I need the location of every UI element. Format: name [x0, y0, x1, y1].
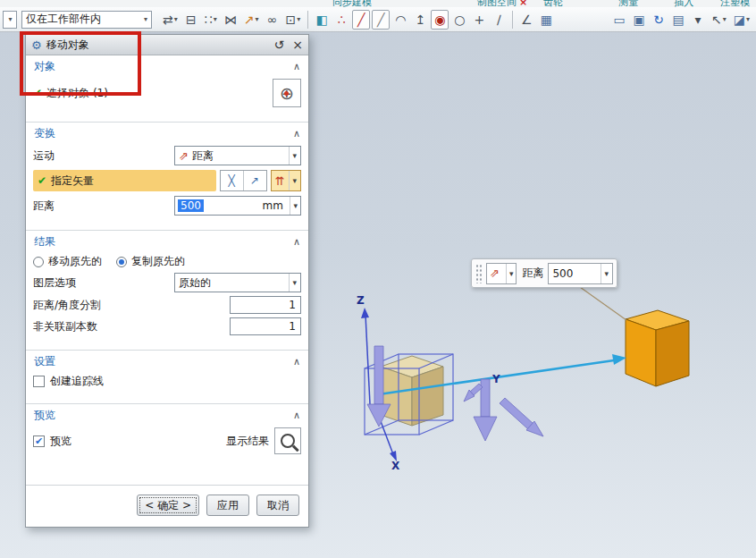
distance-unit[interactable]: mm [262, 199, 287, 212]
mirror-geometry-icon[interactable]: ⋈ [222, 10, 239, 30]
target-cube[interactable] [626, 310, 689, 386]
collapse-icon[interactable]: ∧ [293, 128, 300, 140]
endpoint-snap-icon[interactable]: ╱ [352, 10, 370, 30]
rotate-view-icon[interactable]: ↻ [650, 10, 668, 30]
assign-handle-icon-glyph: ⇄ [163, 13, 173, 26]
toolbar-overflow-icon[interactable]: ▾ [689, 10, 707, 30]
layer-option-dropdown[interactable]: 原始的 ▾ [174, 273, 301, 292]
section-title: 预览 [34, 408, 293, 423]
preview-checkbox[interactable]: ✔ [33, 435, 45, 447]
layer-manager-icon[interactable]: ▤ [669, 10, 687, 30]
collapse-icon[interactable]: ∧ [293, 410, 300, 421]
show-result-button[interactable] [274, 427, 301, 454]
center-snap-icon-glyph: ◉ [434, 13, 445, 26]
slash-snap-icon-glyph: ∕ [497, 13, 501, 26]
circle-snap-icon-glyph: ○ [454, 13, 465, 26]
radio-move-original[interactable]: 移动原先的 [33, 254, 102, 269]
leader-line [580, 287, 626, 320]
dropdown-arrow-icon: ▾ [289, 171, 297, 190]
vector-type-dropdown-mini[interactable]: ⇗ ▾ [486, 263, 517, 284]
select-object-button[interactable]: ⊕ [273, 79, 301, 107]
layer-manager-icon-glyph: ▤ [672, 13, 684, 26]
distance-input[interactable]: 500 mm ▾ [174, 196, 301, 216]
snap-point-icon[interactable]: ∴ [332, 10, 350, 30]
copies-input[interactable]: 1 [230, 317, 301, 335]
dropdown-arrow-icon: ▾ [289, 147, 297, 165]
dropdown-arrow-icon: ▾ [289, 274, 297, 292]
mini-distance-input[interactable]: 500 ▾ [548, 263, 613, 284]
radio-copy-original[interactable]: 复制原先的 [116, 254, 185, 269]
close-icon[interactable]: × [292, 38, 303, 51]
motion-label: 运动 [33, 148, 55, 164]
magnifier-icon [281, 434, 295, 448]
copy-display-icon[interactable]: ⊟ [182, 10, 200, 30]
dialog-titlebar[interactable]: ⚙ 移动对象 ↺ × [26, 35, 308, 55]
drag-grip[interactable] [475, 264, 482, 283]
pattern-geometry-icon-glyph: ∷ [205, 13, 213, 26]
source-cube[interactable] [381, 356, 443, 426]
intersection-snap-icon[interactable]: + [470, 10, 488, 30]
collapse-icon[interactable]: ∧ [293, 356, 300, 368]
assign-handle-icon[interactable]: ⇄▾ [160, 10, 181, 30]
toolbar-separator [512, 11, 513, 29]
promote-body-icon[interactable]: ↗▾ [241, 10, 262, 30]
ok-button[interactable]: < 确定 > [137, 495, 199, 516]
division-input[interactable]: 1 [230, 296, 301, 314]
angle-snap-icon[interactable]: ∠ [517, 10, 535, 30]
drag-handle-small[interactable] [464, 384, 483, 402]
dropdown-arrow-icon: ▾ [8, 15, 12, 23]
division-row: 距离/角度分割 1 [26, 294, 308, 316]
shaded-cube-icon[interactable]: ◧ [313, 10, 331, 30]
extract-region-icon[interactable]: ⊡▾ [283, 10, 304, 30]
layer-option-value: 原始的 [179, 275, 286, 291]
grid-icon[interactable]: ▦ [537, 10, 555, 30]
slash-snap-icon[interactable]: ∕ [490, 10, 508, 30]
apply-button[interactable]: 应用 [206, 495, 249, 516]
pattern-geometry-icon[interactable]: ∷▾ [202, 10, 220, 30]
clipped-menu-label: 同步建模 [332, 0, 372, 3]
section-title: 结果 [34, 234, 293, 249]
section-preview-header[interactable]: 预览 ∧ [26, 404, 308, 426]
scope-filter-value: 仅在工作部件内 [26, 12, 143, 27]
motion-dropdown[interactable]: ⇗ 距离 ▾ [174, 146, 301, 165]
arc-snap-icon[interactable]: ◠ [391, 10, 409, 30]
point-on-curve-icon[interactable]: ↥ [411, 10, 429, 30]
selection-filter-icon[interactable]: ↖▾ [709, 10, 729, 30]
interpart-link-icon[interactable]: ∞ [264, 10, 281, 30]
trace-line-label: 创建追踪线 [50, 374, 104, 389]
distance-value[interactable]: 500 [178, 199, 204, 212]
reverse-direction-button[interactable]: ╳ [221, 171, 243, 190]
vector-dialog-button[interactable]: ↗ [243, 171, 266, 190]
section-result-header[interactable]: 结果 ∧ [26, 231, 308, 252]
section-title: 对象 [34, 59, 293, 74]
collapse-icon[interactable]: ∧ [293, 61, 300, 72]
center-snap-icon[interactable]: ◉ [431, 10, 449, 30]
collapse-icon[interactable]: ∧ [293, 236, 300, 248]
section-transform-header[interactable]: 变换 ∧ [26, 123, 308, 144]
trace-line-checkbox[interactable] [33, 376, 45, 387]
clipped-menu-label: 测量 [618, 0, 638, 3]
section-settings: 设置 ∧ 创建追踪线 [26, 350, 308, 403]
section-object-header[interactable]: 对象 ∧ [26, 55, 308, 77]
scope-filter-dropdown[interactable]: 仅在工作部件内 ▾ [21, 11, 152, 29]
window-cascade-icon[interactable]: ▭ [610, 10, 628, 30]
drag-handle-diagonal[interactable] [500, 398, 543, 436]
vector-type-dropdown[interactable]: ⇈ ▾ [271, 170, 301, 191]
reset-icon[interactable]: ↺ [274, 38, 285, 51]
midpoint-snap-icon[interactable]: ╱ [372, 10, 390, 30]
midpoint-snap-icon-glyph: ╱ [377, 13, 384, 26]
more-commands-icon[interactable]: ◪▾ [731, 10, 752, 30]
crosshair-icon: ⊕ [280, 85, 294, 102]
toolbar-separator [307, 11, 308, 29]
dialog-title: 移动对象 [46, 38, 266, 53]
select-object-row: ✔ 选择对象 (1) ⊕ [26, 77, 308, 109]
partial-dropdown[interactable]: ▾ [3, 11, 17, 29]
trace-line-row: 创建追踪线 [26, 372, 308, 391]
fit-window-icon[interactable]: ▣ [630, 10, 648, 30]
section-settings-header[interactable]: 设置 ∧ [26, 351, 308, 372]
cancel-button[interactable]: 取消 [256, 495, 299, 516]
specify-vector-field[interactable]: ✔ 指定矢量 [33, 170, 216, 191]
section-title: 变换 [34, 126, 293, 141]
snap-point-icon-glyph: ∴ [338, 13, 346, 26]
circle-snap-icon[interactable]: ○ [450, 10, 468, 30]
